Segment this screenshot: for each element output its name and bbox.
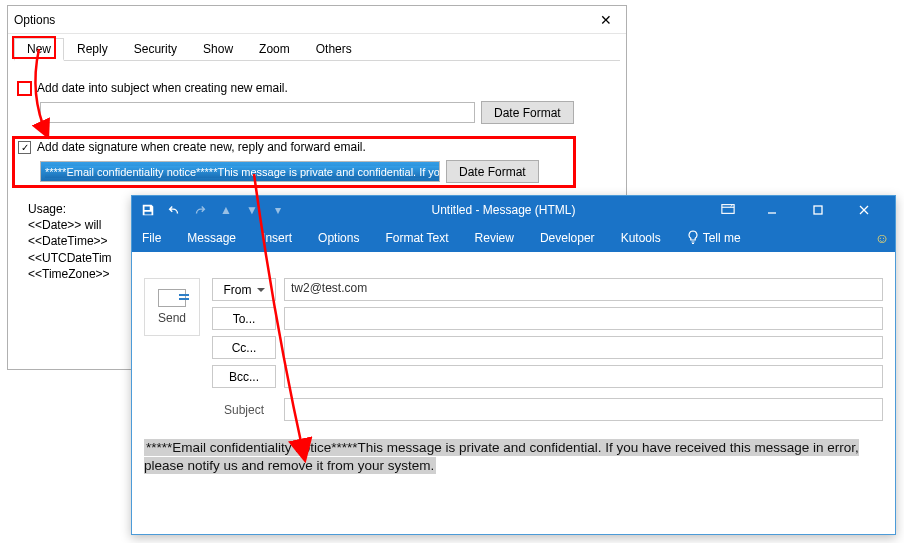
ribbon-tabs: File Message Insert Options Format Text … xyxy=(132,224,895,252)
from-button-label: From xyxy=(224,283,252,297)
minimize-button[interactable] xyxy=(749,196,795,224)
feedback-smiley-icon[interactable]: ☺ xyxy=(875,230,889,246)
ribbon-tab-kutools[interactable]: Kutools xyxy=(617,231,665,245)
options-tabstrip: New Reply Security Show Zoom Others xyxy=(14,38,620,61)
checkbox-add-date-subject[interactable] xyxy=(18,82,31,95)
window-controls xyxy=(749,196,887,224)
from-button[interactable]: From xyxy=(212,278,276,301)
redo-icon[interactable] xyxy=(192,202,208,218)
prev-item-icon[interactable]: ▲ xyxy=(218,202,234,218)
label-add-signature: Add date signature when create new, repl… xyxy=(37,140,366,154)
checkbox-add-signature[interactable]: ✓ xyxy=(18,141,31,154)
bcc-input[interactable] xyxy=(284,365,883,388)
compose-body: Send From tw2@test.com To... Cc... Bcc..… xyxy=(132,252,895,483)
tell-me-label: Tell me xyxy=(703,231,741,245)
to-input[interactable] xyxy=(284,307,883,330)
tab-show[interactable]: Show xyxy=(190,38,246,60)
undo-icon[interactable] xyxy=(166,202,182,218)
ribbon-tab-insert[interactable]: Insert xyxy=(258,231,296,245)
to-button[interactable]: To... xyxy=(212,307,276,330)
header-fields: From tw2@test.com To... Cc... Bcc... Sub… xyxy=(212,278,883,421)
svg-rect-3 xyxy=(814,206,822,214)
qat-dropdown-icon[interactable]: ▾ xyxy=(270,202,286,218)
tab-reply[interactable]: Reply xyxy=(64,38,121,60)
cc-button[interactable]: Cc... xyxy=(212,336,276,359)
bulb-icon xyxy=(687,230,699,247)
svg-rect-0 xyxy=(722,204,734,213)
ribbon-tab-review[interactable]: Review xyxy=(471,231,518,245)
from-value[interactable]: tw2@test.com xyxy=(284,278,883,301)
options-titlebar: Options ✕ xyxy=(8,6,626,34)
option-add-date-subject: Add date into subject when creating new … xyxy=(18,81,616,124)
options-title: Options xyxy=(14,13,55,27)
close-button[interactable] xyxy=(841,196,887,224)
tab-security[interactable]: Security xyxy=(121,38,190,60)
option-add-signature: ✓ Add date signature when create new, re… xyxy=(18,140,616,183)
maximize-button[interactable] xyxy=(795,196,841,224)
date-format-button-2[interactable]: Date Format xyxy=(446,160,539,183)
compose-titlebar: ▲ ▼ ▾ Untitled - Message (HTML) xyxy=(132,196,895,224)
input-signature-text[interactable]: *****Email confidentiality notice*****Th… xyxy=(40,161,440,182)
compose-title: Untitled - Message (HTML) xyxy=(286,203,721,217)
ribbon-tab-file[interactable]: File xyxy=(138,231,165,245)
ribbon-tab-options[interactable]: Options xyxy=(314,231,363,245)
tab-zoom[interactable]: Zoom xyxy=(246,38,303,60)
quick-access-toolbar: ▲ ▼ ▾ xyxy=(140,202,286,218)
message-body-text: *****Email confidentiality notice*****Th… xyxy=(144,439,859,474)
label-add-date-subject: Add date into subject when creating new … xyxy=(37,81,288,95)
input-signature-text-value: *****Email confidentiality notice*****Th… xyxy=(45,166,440,178)
ribbon-tab-formattext[interactable]: Format Text xyxy=(381,231,452,245)
date-format-button-1[interactable]: Date Format xyxy=(481,101,574,124)
send-button[interactable]: Send xyxy=(144,278,200,336)
ribbon-display-icon[interactable] xyxy=(721,203,735,218)
message-body[interactable]: *****Email confidentiality notice*****Th… xyxy=(144,439,883,475)
next-item-icon[interactable]: ▼ xyxy=(244,202,260,218)
send-label: Send xyxy=(158,311,186,325)
cc-input[interactable] xyxy=(284,336,883,359)
mail-send-icon xyxy=(158,289,186,307)
tell-me-search[interactable]: Tell me xyxy=(683,230,745,247)
close-icon[interactable]: ✕ xyxy=(592,10,620,30)
subject-input[interactable] xyxy=(284,398,883,421)
bcc-button[interactable]: Bcc... xyxy=(212,365,276,388)
save-icon[interactable] xyxy=(140,202,156,218)
input-date-subject-format[interactable] xyxy=(40,102,475,123)
ribbon-tab-developer[interactable]: Developer xyxy=(536,231,599,245)
tab-new[interactable]: New xyxy=(14,38,64,61)
compose-window: ▲ ▼ ▾ Untitled - Message (HTML) File Mes… xyxy=(131,195,896,535)
ribbon-tab-message[interactable]: Message xyxy=(183,231,240,245)
tab-others[interactable]: Others xyxy=(303,38,365,60)
subject-label: Subject xyxy=(212,403,276,417)
